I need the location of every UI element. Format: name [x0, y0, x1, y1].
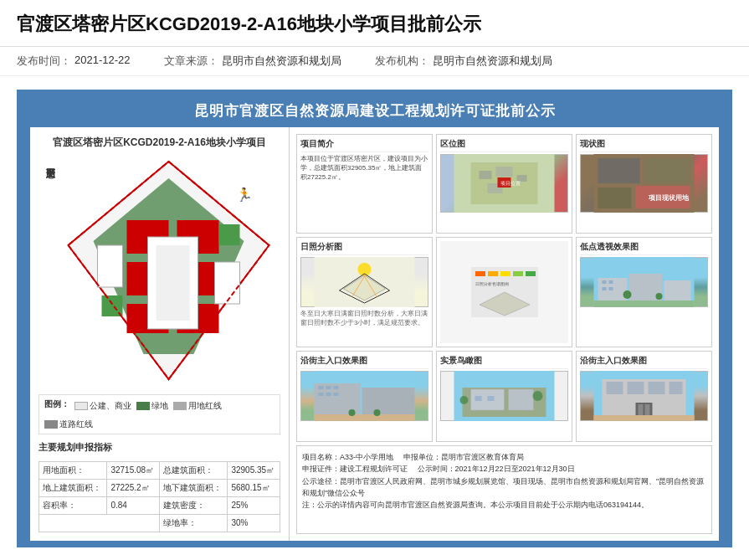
legend-color-redline: [173, 402, 187, 410]
svg-rect-77: [607, 382, 623, 394]
stats-area: 主要规划申报指标 用地面积： 32715.08㎡ 总建筑面积： 32905.35…: [38, 439, 280, 532]
svg-rect-26: [644, 158, 690, 183]
svg-rect-72: [488, 396, 495, 401]
site-plan-label: 总平面图: [38, 153, 57, 388]
svg-rect-47: [664, 280, 691, 303]
legend-color-building: [74, 402, 88, 410]
current-status-cell: 现状图 项目现状用地: [576, 134, 712, 234]
legend-label-building: 公建、商业: [90, 400, 131, 412]
svg-text:项目位置: 项目位置: [500, 181, 521, 186]
publish-time-value: 2021-12-22: [74, 54, 131, 69]
svg-rect-49: [609, 280, 613, 284]
birdseye-svg: [441, 371, 567, 421]
legend-color-road: [44, 420, 58, 429]
svg-rect-13: [219, 224, 240, 245]
svg-rect-10: [98, 245, 123, 287]
stat-label-far: 容积率：: [39, 496, 107, 514]
project-intro-title: 项目简介: [300, 138, 428, 152]
stats-table: 用地面积： 32715.08㎡ 总建筑面积： 32905.35㎡ 地上建筑面积：…: [38, 461, 280, 532]
svg-rect-59: [326, 386, 331, 389]
proj-channel-label: 公示途径：昆明市官渡区人民政府网、昆明市城乡规划展览馆、项目现场、昆明市自然资源…: [302, 477, 704, 497]
sun-analysis-cell: 日照分析图 冬: [296, 237, 433, 348]
proj-note-label: 注：公示的详情内容可向昆明市官渡区自然资源局查询。本公示项目目前处于公示期内电话…: [302, 501, 649, 509]
project-info-text: 项目名称：A33-中小学用地 申报单位：昆明市官渡区教育体育局 申报证件：建设工…: [302, 451, 706, 511]
org-label: 发布机构：: [375, 54, 429, 69]
svg-rect-62: [326, 393, 331, 396]
stat-value-density: 25%: [228, 496, 280, 514]
stat-label-total: 总建筑面积：: [159, 461, 227, 479]
svg-rect-80: [669, 382, 683, 394]
legend-label-green: 绿地: [151, 400, 168, 412]
proj-date-label: 公示时间：2021年12月22日至2021年12月30日: [418, 465, 575, 473]
entrance-svg: [581, 371, 707, 421]
svg-rect-37: [475, 271, 485, 276]
project-info-left: 项目名称：A33-中小学用地 申报单位：昆明市官渡区教育体育局 申报证件：建设工…: [302, 451, 706, 511]
publish-time-item: 发布时间： 2021-12-22: [17, 54, 131, 69]
legend-label-road: 道路红线: [59, 419, 93, 430]
stat-value-greenrate: 30%: [228, 514, 280, 532]
svg-point-66: [374, 409, 381, 416]
project-info-cell: 项目名称：A33-中小学用地 申报单位：昆明市官渡区教育体育局 申报证件：建设工…: [296, 445, 712, 534]
stat-value-far: 0.84: [107, 496, 160, 514]
right-panel: 项目简介 本项目位于官渡区塔密片区，建设项目为小学，总建筑面积32905.35㎡…: [290, 127, 719, 541]
svg-rect-40: [513, 271, 523, 276]
empty-diagram: 日照分析色谱图例: [471, 267, 538, 317]
svg-point-74: [460, 396, 469, 404]
legend-item-road: 道路红线: [44, 419, 93, 430]
lowrise-cell: 低点透视效果图: [576, 237, 712, 348]
entrance-image: [580, 371, 708, 421]
project-intro-cell: 项目简介 本项目位于官渡区塔密片区，建设项目为小学，总建筑面积32905.35㎡…: [296, 134, 433, 234]
legend-item-building: 公建、商业: [74, 400, 131, 412]
title-bar: 官渡区塔密片区KCGD2019-2-A16地块小学项目批前公示: [0, 0, 749, 47]
svg-rect-84: [594, 415, 695, 421]
project-intro-text: 本项目位于官渡区塔密片区，建设项目为小学，总建筑面积32905.35㎡，地上建筑…: [300, 154, 428, 182]
stats-subtitle: 主要规划申报指标: [38, 439, 280, 456]
lowrise-svg: [581, 257, 707, 307]
street-view-cell: 沿街主入口效果图: [296, 351, 433, 442]
stat-value-below: 5680.15㎡: [228, 479, 280, 496]
svg-rect-38: [488, 271, 498, 276]
svg-point-53: [656, 293, 663, 300]
stats-row-1: 用地面积： 32715.08㎡ 总建筑面积： 32905.35㎡: [39, 461, 280, 479]
svg-rect-51: [609, 287, 613, 290]
location-map-svg: 项目位置: [441, 154, 567, 213]
page-title: 官渡区塔密片区KCGD2019-2-A16地块小学项目批前公示: [17, 12, 732, 38]
stat-label-density: 建筑密度：: [159, 496, 227, 514]
actual-birdseye-title: 实景鸟瞰图: [440, 355, 568, 369]
proj-cert-label: 申报证件：建设工程规划许可证: [302, 465, 415, 473]
svg-text:🏃: 🏃: [236, 187, 253, 203]
stat-label-above: 地上建筑面积：: [39, 479, 107, 496]
entrance-title: 沿街主入口效果图: [580, 355, 708, 369]
publish-time-label: 发布时间：: [17, 54, 71, 69]
svg-rect-61: [319, 393, 324, 396]
banner-inner: 官渡区塔密片区KCGD2019-2-A16地块小学项目 总平面图: [30, 127, 719, 541]
entrance-cell: 沿街主入口效果图: [576, 351, 712, 442]
svg-rect-82: [639, 404, 644, 415]
sun-analysis-title: 日照分析图: [300, 241, 428, 255]
sun-analysis-image: [300, 257, 428, 307]
org-value: 昆明市自然资源和规划局: [433, 54, 552, 69]
svg-rect-79: [649, 382, 665, 394]
main-content: 昆明市官渡区自然资源局建设工程规划许可证批前公示 官渡区塔密片区KCGD2019…: [0, 76, 749, 560]
stat-value-total: 32905.35㎡: [228, 461, 280, 479]
empty-content: 日照分析色谱图例: [440, 241, 568, 344]
source-value: 昆明市自然资源和规划局: [222, 54, 341, 69]
lowrise-title: 低点透视效果图: [580, 241, 708, 255]
stat-value-land: 32715.08㎡: [107, 461, 160, 479]
svg-rect-54: [594, 301, 695, 307]
empty-cell: 日照分析色谱图例: [436, 237, 572, 348]
svg-text:项目现状用地: 项目现状用地: [648, 194, 690, 202]
lowrise-image: [580, 257, 708, 307]
svg-point-65: [349, 409, 356, 416]
legend-item-redline: 用地红线: [173, 400, 222, 412]
svg-rect-39: [500, 271, 510, 276]
actual-birdseye-image: [440, 371, 568, 421]
svg-rect-25: [598, 158, 640, 183]
banner-card: 昆明市官渡区自然资源局建设工程规划许可证批前公示 官渡区塔密片区KCGD2019…: [17, 90, 732, 547]
street-view-image: [300, 371, 428, 421]
current-status-image: 项目现状用地: [580, 154, 708, 213]
location-map-image: 项目位置: [440, 154, 568, 213]
site-plan-project-title: 官渡区塔密片区KCGD2019-2-A16地块小学项目: [38, 136, 280, 150]
svg-rect-83: [645, 404, 650, 415]
street-view-title: 沿街主入口效果图: [300, 355, 428, 369]
